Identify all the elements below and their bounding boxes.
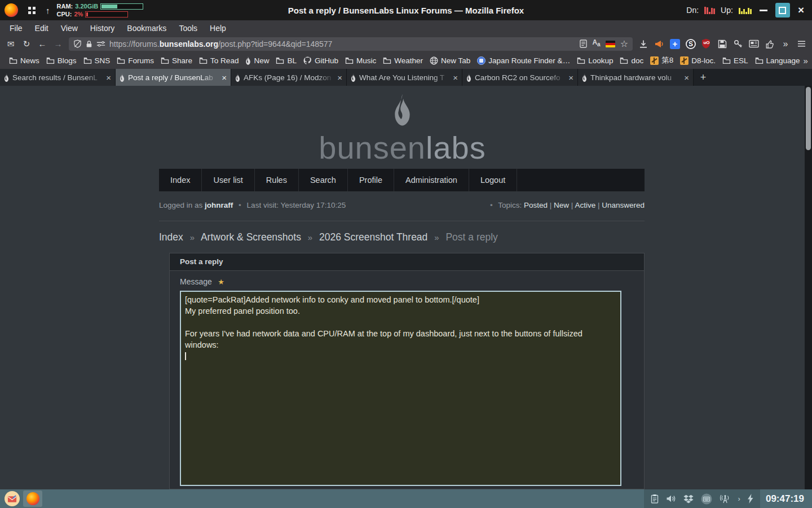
- maximize-button[interactable]: [775, 3, 790, 17]
- tab-post-a-reply[interactable]: Post a reply / BunsenLab ×: [116, 69, 231, 86]
- breadcrumb-thread-link[interactable]: 2026 Screenshot Thread: [319, 231, 427, 243]
- password-key-extension-icon[interactable]: [731, 37, 745, 51]
- bookmark-link[interactable]: New: [242, 56, 272, 65]
- topics-posted-link[interactable]: Posted: [524, 201, 548, 209]
- topics-unanswered-link[interactable]: Unanswered: [602, 201, 645, 209]
- volume-tray-icon[interactable]: [666, 494, 676, 503]
- nav-logout[interactable]: Logout: [469, 169, 517, 191]
- bookmark-folder[interactable]: Music: [342, 56, 379, 65]
- keyboard-tray-icon[interactable]: [701, 493, 712, 505]
- page-content: bunsenlabs Index User list Rules Search …: [0, 86, 812, 489]
- kanji-favicon: [680, 56, 689, 65]
- s-extension-icon[interactable]: S: [683, 37, 698, 51]
- bookmark-folder[interactable]: Lookup: [573, 56, 616, 65]
- mail-icon[interactable]: ✉: [3, 37, 18, 51]
- nav-rules[interactable]: Rules: [255, 169, 299, 191]
- reload-icon[interactable]: ↻: [19, 37, 34, 51]
- tab-close-icon[interactable]: ×: [337, 73, 342, 82]
- breadcrumb-artwork-link[interactable]: Artwork & Screenshots: [201, 231, 301, 243]
- url-bar[interactable]: https://forums.bunsenlabs.org/post.php?t…: [69, 37, 633, 51]
- bookmark-link[interactable]: 第8: [647, 55, 677, 65]
- tray-expand-icon[interactable]: ›: [738, 494, 740, 503]
- dropbox-tray-icon[interactable]: [683, 494, 694, 503]
- nav-profile[interactable]: Profile: [348, 169, 394, 191]
- clipboard-tray-icon[interactable]: [651, 494, 659, 503]
- bookmark-folder[interactable]: BL: [272, 56, 300, 65]
- bookmark-folder[interactable]: To Read: [196, 56, 242, 65]
- tab-afks[interactable]: AFKs (Page 16) / Modzon ×: [231, 69, 347, 86]
- tab-carbon-rc2[interactable]: Carbon RC2 on Sourcefo ×: [462, 69, 578, 86]
- taskbar: › 09:47:19: [0, 489, 812, 508]
- ublock-extension-icon[interactable]: uO: [699, 37, 714, 51]
- tab-close-icon[interactable]: ×: [106, 73, 111, 82]
- translate-icon[interactable]: Aa: [592, 39, 600, 48]
- bookmark-folder[interactable]: Share: [157, 56, 196, 65]
- bookmark-link[interactable]: GitHub: [300, 56, 342, 65]
- toolbar-overflow-icon[interactable]: »: [778, 37, 793, 51]
- menu-edit[interactable]: Edit: [29, 24, 55, 33]
- breadcrumb-index-link[interactable]: Index: [159, 231, 183, 243]
- menu-help[interactable]: Help: [204, 24, 232, 33]
- tab-thinkpad-hardware[interactable]: Thinkpad hardware volu ×: [578, 69, 694, 86]
- bookmark-folder[interactable]: SNS: [80, 56, 114, 65]
- menu-history[interactable]: History: [84, 24, 121, 33]
- url-text[interactable]: https://forums.bunsenlabs.org/post.php?t…: [109, 40, 332, 49]
- minimize-button[interactable]: [760, 10, 767, 11]
- menu-view[interactable]: View: [55, 24, 84, 33]
- tab-close-icon[interactable]: ×: [453, 73, 458, 82]
- save-page-extension-icon[interactable]: [715, 37, 730, 51]
- nav-administration[interactable]: Administration: [394, 169, 469, 191]
- new-tab-button[interactable]: +: [694, 69, 713, 86]
- workspace-grid-icon[interactable]: [28, 7, 36, 14]
- bookmark-star-icon[interactable]: ☆: [620, 38, 628, 49]
- plus-extension-icon[interactable]: +: [668, 37, 682, 51]
- newspaper-extension-icon[interactable]: [747, 37, 761, 51]
- nav-user-list[interactable]: User list: [202, 169, 254, 191]
- back-icon[interactable]: ←: [35, 37, 50, 51]
- mail-client-icon[interactable]: [5, 491, 20, 506]
- bookmark-folder[interactable]: News: [6, 56, 43, 65]
- bookmark-link[interactable]: Japan Route Finder &…: [474, 56, 573, 65]
- bookmarks-overflow-icon[interactable]: »: [804, 56, 810, 65]
- permissions-icon[interactable]: [96, 40, 105, 47]
- app-menu-icon[interactable]: [794, 37, 809, 51]
- nav-index[interactable]: Index: [159, 169, 202, 191]
- power-bolt-tray-icon[interactable]: [748, 494, 753, 503]
- firefox-icon[interactable]: [5, 3, 18, 17]
- bookmark-folder[interactable]: doc: [616, 56, 647, 65]
- divider: [159, 221, 645, 221]
- tab-close-icon[interactable]: ×: [222, 73, 227, 82]
- reader-view-icon[interactable]: [580, 40, 587, 48]
- close-button[interactable]: ×: [796, 3, 806, 17]
- page-scrollbar[interactable]: [805, 86, 812, 489]
- nav-search[interactable]: Search: [299, 169, 348, 191]
- forward-icon[interactable]: →: [51, 37, 65, 51]
- topics-active-link[interactable]: Active: [575, 201, 595, 209]
- readaloud-extension-icon[interactable]: [652, 37, 667, 51]
- bookmark-folder[interactable]: Forums: [113, 56, 157, 65]
- lock-icon[interactable]: [86, 40, 92, 48]
- downloads-icon[interactable]: [636, 37, 651, 51]
- hand-extension-icon[interactable]: [762, 37, 777, 51]
- firefox-task-icon[interactable]: [23, 491, 42, 507]
- bookmark-link[interactable]: D8-loc.: [677, 56, 719, 65]
- bookmark-folder[interactable]: ESL: [719, 56, 752, 65]
- tab-close-icon[interactable]: ×: [568, 73, 573, 82]
- tab-what-are-you-listening[interactable]: What Are You Listening T ×: [347, 69, 462, 86]
- tracking-shield-off-icon[interactable]: [73, 40, 82, 48]
- scrollbar-thumb[interactable]: [806, 87, 811, 150]
- bookmark-link[interactable]: New Tab: [426, 56, 474, 65]
- bookmark-folder[interactable]: Language: [752, 56, 804, 65]
- network-antenna-tray-icon[interactable]: [720, 494, 731, 503]
- menu-tools[interactable]: Tools: [173, 24, 204, 33]
- bookmark-folder[interactable]: Weather: [379, 56, 426, 65]
- bookmark-folder[interactable]: Blogs: [43, 56, 80, 65]
- menu-file[interactable]: File: [3, 24, 29, 33]
- message-textarea[interactable]: [quote=PackRat]Added network info to con…: [180, 291, 621, 486]
- topics-new-link[interactable]: New: [554, 201, 569, 209]
- tab-search-results[interactable]: Search results / BunsenL ×: [0, 69, 116, 86]
- cpu-label: CPU:: [57, 11, 72, 18]
- tab-close-icon[interactable]: ×: [684, 73, 689, 82]
- german-flag-icon[interactable]: [606, 41, 615, 47]
- menu-bookmarks[interactable]: Bookmarks: [121, 24, 173, 33]
